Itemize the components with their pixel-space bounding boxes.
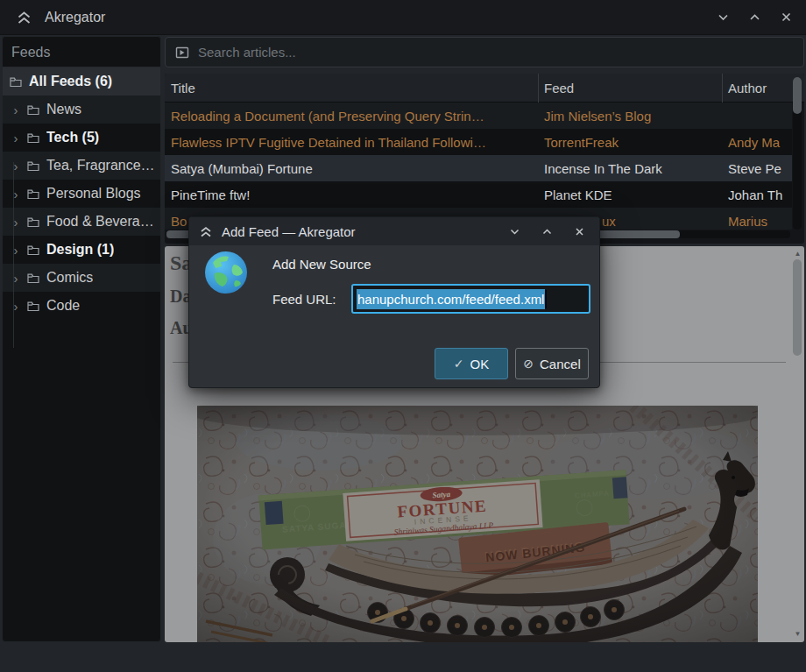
- folder-icon: [27, 132, 39, 144]
- feed-url-label: Feed URL:: [272, 292, 336, 307]
- folder-icon: [27, 104, 39, 116]
- viewer-scrollbar-thumb[interactable]: [793, 259, 802, 356]
- sidebar-item-news[interactable]: ›News: [3, 95, 160, 124]
- filter-icon: [175, 46, 189, 60]
- article-row[interactable]: Satya (Mumbai) FortuneIncense In The Dar…: [165, 155, 792, 181]
- column-author[interactable]: Author: [722, 81, 792, 95]
- feed-url-input[interactable]: hanupchurch.com/feed/feed.xml: [351, 284, 590, 314]
- window-title: Akregator: [45, 10, 105, 25]
- sidebar-item-label: Personal Blogs: [46, 186, 141, 202]
- article-author-cell: Andy Ma: [722, 135, 792, 150]
- column-feed[interactable]: Feed: [538, 81, 722, 95]
- feeds-sidebar: Feeds All Feeds (6)›News›Tech (5)›Tea, F…: [2, 36, 161, 642]
- folder-icon: [10, 76, 22, 88]
- chevron-right-icon[interactable]: ›: [8, 272, 24, 285]
- sidebar-item-label: Tech (5): [46, 130, 99, 145]
- globe-icon: [204, 251, 248, 294]
- folder-icon: [27, 301, 39, 312]
- chevron-right-icon[interactable]: ›: [8, 159, 24, 173]
- article-row[interactable]: Flawless IPTV Fugitive Detained in Thail…: [165, 129, 792, 155]
- shade-chevrons-icon: [16, 9, 32, 26]
- cancel-button[interactable]: ⊘ Cancel: [515, 348, 589, 379]
- check-icon: ✓: [454, 357, 464, 371]
- article-author-cell: Johan Th: [722, 187, 792, 202]
- feeds-header: Feeds: [3, 37, 160, 67]
- cancel-slash-icon: ⊘: [523, 357, 534, 371]
- sidebar-item-label: News: [46, 102, 81, 117]
- folder-icon: [27, 272, 39, 284]
- article-photo: SATYA SUGANDHAL Satya FORTUNE INCENSE Sh…: [197, 406, 758, 642]
- folder-icon: [27, 244, 39, 256]
- viewer-scrollbar[interactable]: ▲ ▼: [792, 246, 803, 642]
- sidebar-item-label: Design (1): [46, 242, 114, 258]
- article-feed-cell: Jim Nielsen’s Blog: [538, 109, 722, 124]
- dialog-heading: Add New Source: [272, 257, 371, 272]
- tree-guide-line: [13, 162, 14, 348]
- sidebar-item-all-feeds-6[interactable]: All Feeds (6): [3, 67, 160, 95]
- chevron-right-icon[interactable]: ›: [8, 216, 24, 229]
- scroll-down-arrow-icon[interactable]: ▼: [792, 629, 803, 640]
- sidebar-item-tech-5[interactable]: ›Tech (5): [3, 124, 160, 152]
- column-title[interactable]: Title: [165, 81, 538, 95]
- sidebar-item-comics[interactable]: ›Comics: [3, 264, 160, 292]
- text-caret: [545, 290, 547, 308]
- sidebar-item-tea-fragrance[interactable]: ›Tea, Fragrance…: [3, 152, 160, 180]
- feed-url-value: hanupchurch.com/feed/feed.xml: [357, 289, 545, 309]
- sidebar-item-food-bevera[interactable]: ›Food & Bevera…: [3, 208, 160, 236]
- sidebar-item-personal-blogs[interactable]: ›Personal Blogs: [3, 180, 160, 208]
- article-row[interactable]: Reloading a Document (and Preserving Que…: [165, 103, 792, 129]
- sidebar-item-label: Comics: [46, 270, 93, 286]
- sidebar-item-code[interactable]: ›Code: [3, 292, 160, 320]
- shade-chevrons-icon: [199, 224, 213, 239]
- article-title-cell: Satya (Mumbai) Fortune: [165, 161, 538, 176]
- sidebar-item-label: Code: [46, 298, 80, 314]
- dialog-close-button[interactable]: [569, 222, 589, 241]
- search-input[interactable]: [198, 45, 759, 60]
- ok-button[interactable]: ✓ OK: [435, 348, 508, 379]
- sidebar-item-label: All Feeds (6): [29, 74, 112, 89]
- article-feed-cell: Incense In The Dark: [538, 161, 722, 176]
- article-feed-cell: Planet KDE: [538, 187, 722, 202]
- add-feed-dialog: Add Feed — Akregator Add New Source Feed…: [188, 216, 600, 388]
- list-vscrollbar-thumb[interactable]: [793, 77, 802, 114]
- window-titlebar: Akregator: [0, 0, 806, 35]
- sidebar-item-label: Tea, Fragrance…: [46, 158, 155, 173]
- feed-tree: All Feeds (6)›News›Tech (5)›Tea, Fragran…: [3, 67, 160, 320]
- folder-icon: [27, 216, 39, 228]
- folder-icon: [27, 188, 39, 200]
- column-separator[interactable]: [722, 74, 723, 103]
- article-title-cell: Reloading a Document (and Preserving Que…: [165, 109, 538, 124]
- minimize-button[interactable]: [713, 8, 732, 27]
- folder-icon: [27, 160, 39, 172]
- chevron-right-icon[interactable]: ›: [8, 131, 24, 145]
- dialog-title: Add Feed — Akregator: [222, 224, 356, 239]
- list-header: Title Feed Author: [165, 74, 804, 103]
- search-bar: [165, 37, 804, 67]
- article-title-cell: PineTime ftw!: [165, 187, 538, 202]
- article-rows: Reloading a Document (and Preserving Que…: [165, 103, 792, 230]
- scroll-up-arrow-icon[interactable]: ▲: [792, 249, 803, 259]
- chevron-right-icon[interactable]: ›: [8, 103, 24, 117]
- chevron-right-icon[interactable]: ›: [8, 300, 24, 313]
- article-author-cell: Marius: [722, 214, 792, 229]
- dialog-titlebar: Add Feed — Akregator: [189, 217, 599, 245]
- sidebar-item-label: Food & Bevera…: [46, 214, 154, 230]
- close-button[interactable]: [776, 8, 795, 27]
- dialog-maximize-button[interactable]: [537, 222, 556, 241]
- article-title-cell: Flawless IPTV Fugitive Detained in Thail…: [165, 135, 538, 150]
- sidebar-item-design-1[interactable]: ›Design (1): [3, 236, 160, 264]
- dialog-minimize-button[interactable]: [505, 222, 524, 241]
- article-feed-cell: TorrentFreak: [538, 135, 722, 150]
- column-separator[interactable]: [538, 74, 539, 103]
- maximize-button[interactable]: [745, 8, 764, 27]
- chevron-right-icon[interactable]: ›: [8, 187, 24, 201]
- chevron-right-icon[interactable]: ›: [8, 244, 24, 257]
- article-row[interactable]: PineTime ftw!Planet KDEJohan Th: [165, 181, 792, 208]
- article-author-cell: Steve Pe: [722, 161, 792, 176]
